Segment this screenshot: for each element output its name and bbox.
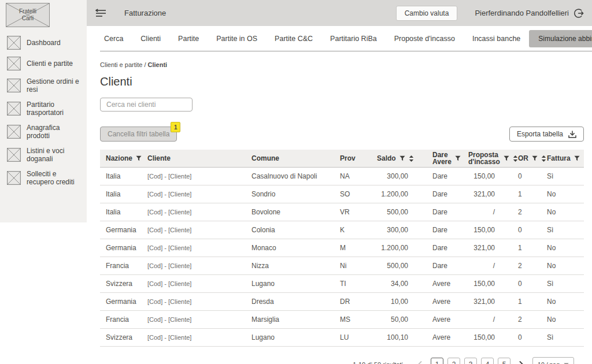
column-header: Comune — [246, 150, 334, 168]
table-cell: Sì — [541, 168, 584, 185]
table-cell: Italia — [100, 203, 142, 221]
sidebar-item[interactable]: Listini e voci doganali — [7, 147, 84, 163]
table-cell: 2 — [512, 203, 541, 221]
table-cell: 0 — [512, 329, 541, 347]
tab-proposte-d-incasso[interactable]: Proposte d'incasso — [386, 26, 464, 51]
tab-incassi-banche[interactable]: Incassi banche — [464, 26, 529, 51]
sidebar-item[interactable]: Gestione ordini e resi — [7, 77, 84, 94]
logout-icon[interactable] — [574, 8, 584, 18]
column-label: Cliente — [147, 155, 171, 162]
filter-icon[interactable] — [574, 155, 580, 161]
sidebar-item-label: Anagrafica prodotti — [27, 124, 84, 140]
table-row[interactable]: Francia[Cod] - [Cliente]MarsigliaMS50,00… — [100, 311, 584, 329]
table-cell: 2 — [512, 311, 541, 329]
sidebar-item[interactable]: Partitario trasportatori — [7, 101, 84, 117]
table-cell: Italia — [100, 185, 142, 203]
table-cell: Avere — [427, 275, 462, 293]
sidebar-item-label: Gestione ordini e resi — [27, 77, 84, 94]
breadcrumb: Clienti e partite / Clienti — [100, 61, 592, 68]
page-button-1[interactable]: 1 — [431, 358, 443, 364]
page-button-2[interactable]: 2 — [447, 358, 460, 364]
filter-icon[interactable] — [455, 155, 461, 161]
chevron-right-icon[interactable] — [515, 358, 528, 364]
tab-partite-in-os[interactable]: Partite in OS — [208, 26, 266, 51]
search-input[interactable] — [100, 98, 193, 112]
clear-filters-button[interactable]: Cancella filtri tabella 1 — [100, 127, 177, 142]
sidebar-item[interactable]: Clienti e partite — [7, 57, 84, 70]
table-cell: SO — [334, 185, 371, 203]
column-header: Nazione — [100, 150, 142, 168]
sort-icon[interactable] — [541, 155, 546, 162]
logo-placeholder: Fratelli Carli — [6, 3, 50, 27]
main-content: CercaClientiPartitePartite in OSPartite … — [87, 26, 592, 364]
results-count: 1-10 di 50 risultati — [353, 361, 403, 364]
table-cell: Avere — [427, 293, 462, 311]
table-cell: Avere — [427, 329, 462, 347]
menu-fold-icon[interactable] — [95, 9, 107, 18]
table-cell: 1 — [512, 293, 541, 311]
table-cell: Dare — [427, 203, 462, 221]
sidebar-item[interactable]: Solleciti e recupero crediti — [7, 170, 84, 186]
simulation-matches-button[interactable]: Simulazione abbinamenti — [529, 30, 592, 47]
table-cell: Dare — [427, 185, 462, 203]
table-row[interactable]: Germania[Cod] - [Cliente]MonacoM1.200,00… — [100, 239, 584, 257]
tab-clienti[interactable]: Clienti — [132, 26, 169, 51]
sort-icon[interactable] — [409, 155, 414, 162]
filter-icon[interactable] — [136, 155, 142, 161]
app-title: Fatturazione — [124, 9, 166, 17]
filter-icon[interactable] — [504, 155, 509, 161]
table-cell: 1 — [512, 239, 541, 257]
table-cell: 150,00 — [462, 168, 512, 185]
table-cell: Germania — [100, 221, 142, 239]
currency-change-button[interactable]: Cambio valuta — [396, 6, 458, 21]
filter-icon[interactable] — [532, 155, 538, 161]
table-cell: 1 — [512, 185, 541, 203]
table-cell: Dare — [427, 221, 462, 239]
sidebar-item-label: Dashboard — [27, 39, 61, 47]
tab-partite[interactable]: Partite — [169, 26, 208, 51]
sort-icon[interactable] — [513, 155, 518, 162]
table-cell: No — [541, 239, 584, 257]
table-row[interactable]: Germania[Cod] - [Cliente]ColoniaK300,00D… — [100, 221, 584, 239]
sidebar-item-label: Partitario trasportatori — [27, 101, 84, 117]
table-cell: 500,00 — [371, 203, 427, 221]
table-row[interactable]: Svizzera[Cod] - [Cliente]LuganoTI34,00Av… — [100, 275, 584, 293]
table-cell: No — [541, 185, 584, 203]
export-table-button[interactable]: Esporta tabella — [509, 127, 584, 142]
table-row[interactable]: Germania[Cod] - [Cliente]DresdaDR10,00Av… — [100, 293, 584, 311]
table-cell: 300,00 — [371, 221, 427, 239]
page-button-5[interactable]: 5 — [498, 358, 510, 364]
pagination: 1-10 di 50 risultati 12345 10 / pag — [87, 357, 574, 364]
table-row[interactable]: Italia[Cod] - [Cliente]Casalnuovo di Nap… — [100, 168, 584, 185]
table-cell: / — [462, 257, 512, 275]
page-size-select[interactable]: 10 / pag — [532, 357, 574, 364]
table-row[interactable]: Svizzera[Cod] - [Cliente]LuganoLU100,10A… — [100, 329, 584, 347]
table-cell: 150,00 — [462, 221, 512, 239]
sidebar-item[interactable]: Dashboard — [7, 36, 84, 50]
placeholder-image-icon — [7, 125, 21, 139]
table-cell: 0 — [512, 275, 541, 293]
breadcrumb-separator: / — [144, 61, 146, 68]
sidebar-item-label: Listini e voci doganali — [27, 147, 84, 163]
filter-icon[interactable] — [399, 155, 405, 161]
column-label: Proposta d'incasso — [468, 151, 500, 165]
table-cell: Sondrio — [246, 185, 334, 203]
page-button-4[interactable]: 4 — [481, 358, 494, 364]
chevron-left-icon[interactable] — [413, 358, 427, 364]
tab-partitario-riba[interactable]: Partitario RiBa — [321, 26, 386, 51]
table-row[interactable]: Italia[Cod] - [Cliente]SondrioSO1.200,00… — [100, 185, 584, 203]
page-button-3[interactable]: 3 — [464, 358, 477, 364]
tab-cerca[interactable]: Cerca — [100, 26, 132, 51]
sidebar-nav: Dashboard Clienti e partite Gestione ord… — [7, 36, 84, 186]
table-row[interactable]: Italia[Cod] - [Cliente]BovoloneVR500,00D… — [100, 203, 584, 221]
breadcrumb-parent[interactable]: Clienti e partite — [100, 61, 142, 68]
page-title: Clienti — [100, 75, 592, 88]
table-cell: [Cod] - [Cliente] — [142, 203, 246, 221]
table-cell: K — [334, 221, 371, 239]
sidebar-item[interactable]: Anagrafica prodotti — [7, 124, 84, 140]
sidebar-item-label: Clienti e partite — [27, 60, 73, 68]
table-row[interactable]: Francia[Cod] - [Cliente]NizzaNi500,00Dar… — [100, 257, 584, 275]
tab-partite-c-c[interactable]: Partite C&C — [266, 26, 321, 51]
table-cell: 321,00 — [462, 239, 512, 257]
breadcrumb-current: Clienti — [148, 61, 168, 68]
